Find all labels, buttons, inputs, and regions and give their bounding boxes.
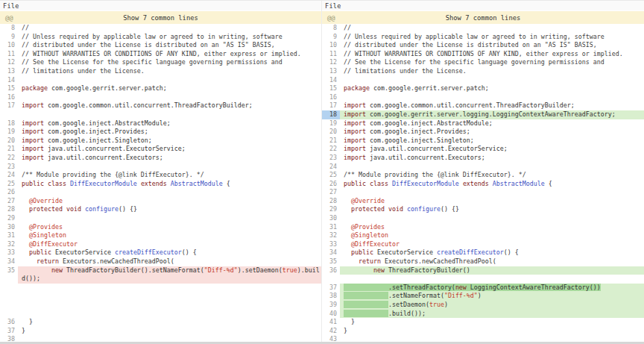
line-number[interactable]: 14 — [322, 76, 340, 85]
code-segment: package — [22, 84, 48, 92]
code-segment: ThreadFactoryBuilder().setNameFormat( — [63, 266, 204, 274]
line-number[interactable]: 21 — [322, 137, 340, 146]
line-number[interactable]: 21 — [0, 145, 18, 154]
line-number[interactable]: 31 — [0, 231, 18, 240]
line-number[interactable]: 17 — [322, 101, 340, 110]
side-by-side-diff: File @@ Show 7 common lines 8//9// Unles… — [0, 1, 644, 344]
line-number[interactable]: 12 — [0, 58, 18, 67]
line-number[interactable]: 19 — [322, 119, 340, 128]
line-number[interactable]: 16 — [322, 93, 340, 102]
line-number[interactable]: 36 — [322, 266, 340, 275]
code-segment: LoggingContextAwareThreadFactory()) — [467, 284, 601, 291]
line-number[interactable]: 32 — [322, 231, 340, 240]
line-number[interactable]: 11 — [0, 50, 18, 59]
line-number[interactable]: 26 — [0, 188, 18, 197]
line-number[interactable]: 32 — [0, 240, 18, 249]
line-number[interactable]: 30 — [0, 223, 18, 232]
diff-row: 28 @Override — [322, 197, 644, 206]
line-number[interactable]: 13 — [0, 67, 18, 76]
code-segment: com.google.inject.Provides; — [366, 128, 470, 135]
line-number[interactable]: 29 — [322, 205, 340, 214]
line-number[interactable]: 10 — [0, 41, 18, 50]
line-number[interactable]: 19 — [0, 128, 18, 137]
line-number[interactable]: 20 — [322, 128, 340, 137]
diff-row: 21import java.util.concurrent.ExecutorSe… — [0, 145, 321, 154]
diff-row: 39 .setDaemon(true) — [322, 301, 644, 310]
line-number[interactable]: 15 — [0, 84, 18, 93]
line-number[interactable]: 17 — [0, 101, 18, 110]
code-segment: // WITHOUT WARRANTIES OR CONDITIONS OF A… — [22, 50, 301, 57]
line-number[interactable]: 38 — [322, 292, 340, 301]
line-number[interactable]: 34 — [322, 248, 340, 257]
code-segment: Executors.newCachedThreadPool( — [59, 257, 174, 265]
diff-row: 34 public ExecutorService createDiffExec… — [322, 248, 644, 257]
diff-row: 8// — [322, 24, 644, 33]
line-number[interactable]: 28 — [322, 197, 340, 206]
line-number[interactable]: 36 — [0, 318, 18, 327]
code-line — [18, 292, 321, 301]
code-segment — [344, 266, 373, 274]
line-number[interactable]: 39 — [322, 301, 340, 310]
code-line — [18, 188, 321, 197]
line-number[interactable]: 18 — [0, 119, 18, 128]
line-number[interactable]: 22 — [322, 145, 340, 154]
filler-row — [0, 301, 321, 310]
code-segment: // distributed under the License is dist… — [344, 41, 597, 49]
code-line: .setDaemon(true) — [340, 301, 644, 310]
code-line: } — [340, 318, 644, 327]
code-line: /** Module providing the {@link DiffExec… — [340, 171, 644, 180]
code-segment — [344, 292, 388, 299]
line-number[interactable]: 40 — [322, 310, 340, 319]
line-number[interactable]: 26 — [322, 180, 340, 189]
line-number[interactable]: 11 — [322, 50, 340, 59]
line-number[interactable]: 34 — [0, 257, 18, 266]
line-number[interactable]: 42 — [322, 327, 340, 336]
line-number[interactable]: 18 — [322, 110, 340, 119]
line-number[interactable]: 23 — [0, 163, 18, 172]
line-number[interactable]: 31 — [322, 223, 340, 232]
code-segment: protected void — [351, 205, 403, 213]
line-number[interactable]: 27 — [322, 188, 340, 197]
code-segment: { — [545, 180, 552, 187]
line-number[interactable]: 35 — [0, 266, 18, 275]
diff-row: 13// limitations under the License. — [0, 67, 321, 76]
line-number[interactable]: 24 — [322, 163, 340, 172]
line-number[interactable]: 30 — [322, 214, 340, 223]
show-common-lines-link[interactable]: Show 7 common lines — [123, 14, 198, 22]
code-line: import com.google.inject.Singleton; — [18, 137, 321, 146]
line-number[interactable]: 25 — [0, 180, 18, 189]
line-number[interactable]: 14 — [0, 76, 18, 85]
line-number[interactable]: 33 — [322, 240, 340, 249]
line-number[interactable]: 23 — [322, 154, 340, 163]
show-common-lines-link[interactable]: Show 7 common lines — [446, 14, 521, 22]
line-number[interactable]: 22 — [0, 154, 18, 163]
diff-row: 33 public ExecutorService createDiffExec… — [0, 248, 321, 257]
line-number[interactable]: 15 — [322, 84, 340, 93]
line-number[interactable]: 12 — [322, 58, 340, 67]
code-segment: public class — [344, 180, 388, 187]
line-number[interactable]: 25 — [322, 171, 340, 180]
line-number[interactable]: 27 — [0, 197, 18, 206]
line-number[interactable]: 28 — [0, 205, 18, 214]
line-number[interactable]: 13 — [322, 67, 340, 76]
line-number[interactable]: 33 — [0, 248, 18, 257]
line-number[interactable]: 9 — [322, 33, 340, 42]
code-line: } — [340, 327, 644, 336]
line-number[interactable]: 35 — [322, 257, 340, 266]
code-segment: import — [344, 154, 366, 161]
line-number[interactable]: 20 — [0, 137, 18, 146]
line-number[interactable]: 8 — [0, 24, 18, 33]
code-segment: java.util.concurrent.ExecutorService; — [366, 145, 508, 152]
line-number[interactable]: 41 — [322, 318, 340, 327]
line-number[interactable]: 24 — [0, 171, 18, 180]
line-number[interactable]: 10 — [322, 41, 340, 50]
diff-row: 37} — [0, 327, 321, 336]
code-line: @DiffExecutor — [18, 240, 321, 249]
line-number[interactable]: 37 — [322, 284, 340, 293]
line-number[interactable]: 9 — [0, 33, 18, 42]
line-number[interactable]: 8 — [322, 24, 340, 33]
line-number[interactable]: 29 — [0, 214, 18, 223]
line-number[interactable]: 37 — [0, 327, 18, 336]
code-segment: com.google.inject.AbstractModule; — [366, 119, 493, 127]
line-number[interactable]: 16 — [0, 93, 18, 102]
